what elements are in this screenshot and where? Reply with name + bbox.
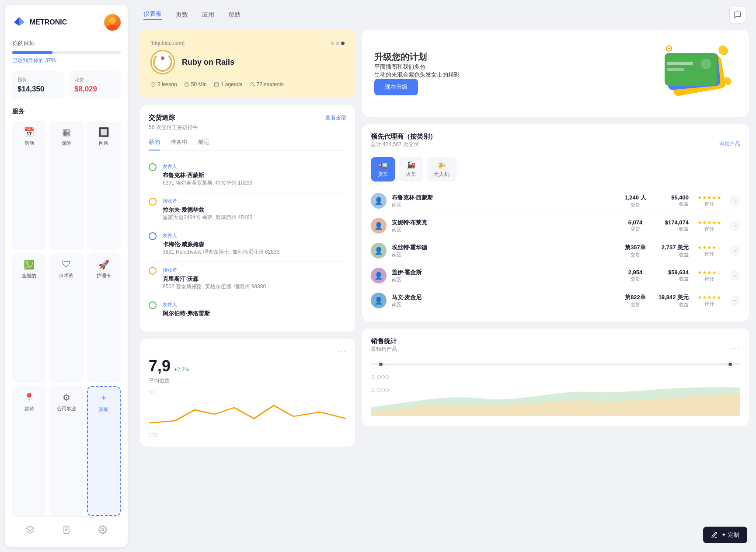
agent-1-arrow[interactable]: → [730,220,740,231]
upgrade-title: 升级您的计划 [374,51,460,63]
service-tech[interactable]: 🛡 技术的 [49,253,83,382]
file-icon[interactable] [59,524,74,538]
svg-text:3,000: 3,000 [371,375,390,380]
layers-icon[interactable] [22,524,38,538]
shipment-1-info: 发件人 布鲁克林·西蒙斯 6391 埃尔全圣塞莱斯, 特拉华州 10299 [163,163,252,187]
insurance-icon: ▦ [62,127,70,137]
cat-train[interactable]: 🚂 火车 [399,157,423,182]
agent-3-rev-lbl: 收益 [654,276,689,282]
course-dots [331,42,345,45]
chat-icon[interactable] [730,7,746,23]
care-label: 护理卡 [97,273,111,279]
agent-2-arrow[interactable]: → [730,245,740,256]
stats-header: ··· [149,347,346,355]
svg-point-28 [668,48,670,49]
agent-0-trans: 1,240 人 交货 [622,194,648,208]
agent-2-stars: ★★★★☆ 评分 [694,245,725,257]
agent-header-left: 领先代理商（按类别） 总计 424,567 次交付 [371,133,436,155]
cat-drone[interactable]: 🚁 无人机 [427,157,456,182]
svg-point-22 [701,59,711,69]
shipment-5-row: 发件人 阿尔伯特·弗洛雷斯 [149,301,346,318]
sales-subtitle: 最畅销产品 [371,346,397,353]
shipment-3-row: 发件人 卡梅伦·威廉姆森 3891 Ranchview 理查森博士, 加利福尼亚… [149,232,346,256]
agent-2-trans-lbl: 交货 [622,252,648,258]
service-public[interactable]: ⚙ 公用事业 [49,386,83,516]
service-care[interactable]: 🚀 护理卡 [87,253,121,382]
activity-label: 活动 [24,140,34,147]
dot-1 [331,42,334,45]
add-product-btn[interactable]: 添加产品 [719,140,740,148]
budget-row: 预算 $14,350 花费 $8,029 [12,71,121,99]
view-all-btn[interactable]: 查看全部 [325,114,346,122]
agent-1-trans-val: 6,074 [622,219,648,226]
settings-icon[interactable] [95,524,111,538]
tab-shipping[interactable]: 船运 [198,138,209,150]
agent-0-info: 布鲁克林·西蒙斯 南区 [392,194,617,208]
agent-1-trans: 6,074 交货 [622,219,648,232]
agent-3-trans: 2,954 交货 [622,269,648,282]
delivery-tabs: 新的 准备中 船运 [149,138,346,151]
course-dot-center [161,56,164,60]
service-insurance[interactable]: ▦ 保险 [49,121,83,250]
service-network[interactable]: 🔲 网络 [87,121,121,250]
slider-right-handle[interactable] [728,362,733,367]
sales-menu[interactable]: ··· [732,345,740,353]
svg-rect-10 [214,83,218,87]
sidebar: METRONIC 你的目标 已达到目标的 37% 预算 $14,350 花费 $… [5,5,128,547]
nav-apps[interactable]: 应用 [202,11,214,19]
shipment-4-row: 接收者 克里斯汀·沃森 8502 普雷斯顿路, 英格尔伍德, 缅因州 98380 [149,267,346,290]
progress-bar [12,51,121,54]
nav-pages[interactable]: 页数 [176,11,188,19]
tab-preparing[interactable]: 准备中 [171,138,188,150]
svg-point-1 [108,25,118,31]
nav-help[interactable]: 帮助 [228,11,240,19]
service-activity[interactable]: 📅 活动 [12,121,46,250]
stats-numbers: 7,9 +2.2% [149,357,346,375]
agent-3-info: 盖伊·霍金斯 南区 [392,269,617,283]
shipment-3-role: 发件人 [163,232,279,239]
upgrade-button[interactable]: 现在升级 [374,79,418,95]
agent-2-info: 埃丝特·霍华德 南区 [392,244,617,258]
cat-truck[interactable]: 🚛 货车 [371,157,395,182]
service-add[interactable]: + 添新 [87,386,121,516]
cat-truck-label: 货车 [378,171,388,178]
agent-0-rev: $5,400 收益 [654,194,689,207]
tab-new[interactable]: 新的 [149,138,160,150]
agent-2-star-lbl: 评分 [694,251,725,257]
mini-chart-svg [149,397,346,432]
agent-3-arrow[interactable]: → [730,270,740,281]
course-logo-area: Ruby on Rails [150,50,345,74]
agent-3-avatar: 👤 [371,268,387,283]
shipment-1-indicator [149,163,157,171]
nav-dashboard[interactable]: 仪表板 [143,10,162,20]
agent-4-arrow[interactable]: → [730,295,740,306]
sales-slider[interactable] [371,363,740,365]
shipment-2-indicator [149,198,157,206]
public-label: 公用事业 [57,405,76,412]
agent-3-star-lbl: 评分 [694,276,725,282]
lessons-meta: 3 lesson [150,81,177,87]
agent-2-name: 埃丝特·霍华德 [392,244,617,252]
agent-1-trans-lbl: 交货 [622,226,648,232]
agent-4-rev-lbl: 收益 [654,301,689,308]
service-finance[interactable]: 💹 金融的 [12,253,46,382]
dot-3 [341,42,345,45]
agent-3-star-icons: ★★★★☆ [694,269,725,276]
agent-2-star-icons: ★★★★☆ [694,245,725,251]
agent-1-star-lbl: 评分 [694,226,725,232]
main-content: [biqubiqu.com] Ruby on Rails [133,30,756,454]
agent-0-arrow[interactable]: → [730,196,740,206]
care-icon: 🚀 [98,259,109,270]
svg-point-24 [718,45,727,54]
slider-left-handle[interactable] [378,362,383,367]
course-title: Ruby on Rails [182,58,234,67]
customize-button[interactable]: ✦ 定制 [703,527,747,543]
stats-menu[interactable]: ··· [338,347,346,355]
goal-label: 你的目标 [12,39,121,47]
avatar[interactable] [104,14,121,31]
service-hospitality[interactable]: 📍 款待 [12,386,46,516]
agent-3-zone: 南区 [392,276,617,283]
shipment-3-addr: 3891 Ranchview 理查森博士, 加利福尼亚州 62639 [163,248,279,256]
shipment-5-role: 发件人 [163,301,210,308]
agent-0-zone: 南区 [392,202,617,208]
